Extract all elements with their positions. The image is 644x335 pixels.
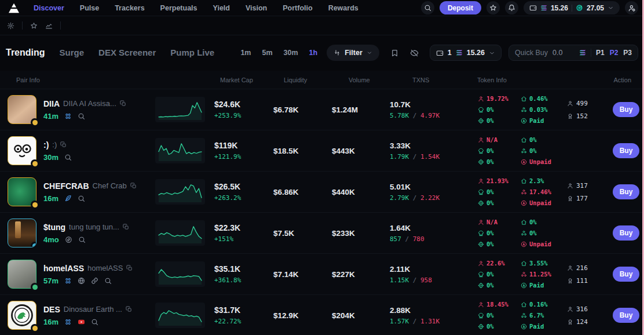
- copy-address-button[interactable]: [130, 183, 137, 189]
- nav-item-yield[interactable]: Yield: [213, 4, 230, 12]
- chart-view-button[interactable]: [45, 22, 53, 30]
- nav-item-trackers[interactable]: Trackers: [115, 4, 144, 12]
- copy-address-button[interactable]: [126, 306, 132, 312]
- txns-total: 10.7K: [390, 100, 475, 109]
- token-symbol[interactable]: homelASS: [43, 264, 84, 273]
- nav-item-vision[interactable]: Vision: [246, 4, 267, 12]
- timeframe-1m[interactable]: 1m: [240, 49, 251, 57]
- quick-buy-input[interactable]: Quick Buy 0.0 P1P2P3: [508, 45, 638, 61]
- favorites-button[interactable]: [30, 22, 38, 30]
- holders-value: 499: [576, 100, 588, 107]
- token-symbol[interactable]: DES: [43, 305, 60, 314]
- top-nav: DiscoverPulseTrackersPerpetualsYieldVisi…: [0, 0, 644, 16]
- token-avatar[interactable]: [8, 260, 36, 289]
- line-chart-icon: [45, 22, 53, 30]
- users-grid-link-button[interactable]: [64, 112, 72, 120]
- token-symbol[interactable]: DIIA: [43, 99, 60, 108]
- copy-address-button[interactable]: [120, 100, 126, 107]
- pump-link-button[interactable]: [65, 236, 72, 243]
- search-link-button[interactable]: [91, 318, 98, 326]
- sparkline-panel[interactable]: [155, 138, 205, 163]
- market-cap-change: +263.2%: [214, 194, 272, 202]
- migration-badge: [31, 283, 39, 291]
- copy-address-button[interactable]: [123, 224, 129, 230]
- search-link-button[interactable]: [104, 277, 112, 285]
- buy-button[interactable]: Buy: [613, 184, 639, 199]
- buy-button[interactable]: Buy: [613, 143, 639, 158]
- hide-tokens-button[interactable]: [410, 49, 419, 57]
- filter-button[interactable]: Filter: [327, 45, 379, 61]
- feather-link-button[interactable]: [64, 195, 72, 202]
- balance-pill[interactable]: 15.26 27.05: [524, 1, 620, 14]
- sparkline-panel[interactable]: [155, 97, 205, 122]
- users-grid-link-button[interactable]: [64, 277, 72, 285]
- migration-badge: [31, 242, 36, 247]
- search-button[interactable]: [421, 1, 434, 14]
- nav-item-perpetuals[interactable]: Perpetuals: [160, 4, 197, 12]
- token-avatar[interactable]: [8, 95, 36, 124]
- pro-traders-value: 124: [576, 318, 588, 326]
- chef-hat-icon: [478, 189, 484, 195]
- bundle-icon: [521, 189, 527, 195]
- liquidity-value: $6.78K: [272, 105, 330, 114]
- deposit-button[interactable]: Deposit: [440, 1, 481, 14]
- wallet-selector[interactable]: 1 15.26: [430, 45, 502, 61]
- preset-p2[interactable]: P2: [610, 49, 619, 57]
- search-link-button[interactable]: [78, 195, 85, 202]
- watchlist-button[interactable]: [486, 1, 500, 14]
- token-symbol[interactable]: $tung: [43, 223, 65, 232]
- volume-value: $1.24M: [330, 105, 388, 114]
- sparkline-panel[interactable]: [155, 220, 205, 246]
- token-avatar[interactable]: [8, 219, 36, 247]
- action-cell: Buy: [613, 308, 644, 323]
- token-avatar[interactable]: [8, 136, 36, 165]
- buy-button[interactable]: Buy: [613, 102, 639, 117]
- tab-dex-screener[interactable]: DEX Screener: [98, 48, 156, 57]
- link-link-button[interactable]: [91, 277, 98, 285]
- sparkline-panel[interactable]: [155, 261, 205, 287]
- txns-total: 5.01K: [390, 183, 475, 191]
- axiom-logo[interactable]: [6, 2, 22, 14]
- tab-surge[interactable]: Surge: [60, 48, 85, 57]
- buy-button[interactable]: Buy: [613, 267, 639, 282]
- token-avatar[interactable]: [8, 177, 36, 206]
- nav-item-rewards[interactable]: Rewards: [328, 4, 358, 12]
- buy-button[interactable]: Buy: [613, 308, 639, 323]
- search-link-button[interactable]: [78, 112, 85, 120]
- timeframe-5m[interactable]: 5m: [262, 49, 273, 57]
- globe-link-button[interactable]: [78, 277, 85, 285]
- copy-address-button[interactable]: [60, 141, 67, 148]
- token-symbol[interactable]: :): [43, 140, 49, 150]
- notifications-button[interactable]: [505, 1, 518, 14]
- timeframe-1h[interactable]: 1h: [309, 49, 318, 57]
- youtube-link-button[interactable]: [78, 318, 85, 326]
- axiom-triangle-icon: [8, 3, 20, 13]
- search-icon: [104, 277, 112, 285]
- tab-pump-live[interactable]: Pump Live: [170, 48, 214, 57]
- token-text-block: DESDinosaur Earth ...16m: [43, 305, 132, 326]
- nav-item-discover[interactable]: Discover: [34, 4, 64, 12]
- profile-button[interactable]: [625, 1, 638, 14]
- tab-trending[interactable]: Trending: [6, 48, 45, 58]
- market-cap-change: +22.72%: [214, 318, 272, 325]
- sparkline-panel[interactable]: [155, 179, 205, 205]
- settings-button[interactable]: [7, 22, 14, 30]
- preset-p3[interactable]: P3: [623, 49, 632, 57]
- stat-bundle: 11.25%: [521, 271, 559, 278]
- txns-buys: 1.15K: [390, 276, 409, 284]
- copy-address-button[interactable]: [126, 265, 133, 271]
- buy-button[interactable]: Buy: [613, 225, 639, 241]
- timeframe-30m[interactable]: 30m: [284, 49, 298, 57]
- users-grid-link-button[interactable]: [64, 318, 72, 326]
- nav-item-portfolio[interactable]: Portfolio: [283, 4, 312, 12]
- search-link-button[interactable]: [64, 154, 72, 161]
- bookmark-button[interactable]: [390, 49, 399, 57]
- preset-p1[interactable]: P1: [596, 49, 605, 57]
- token-row-tung: $tungtung tung tun...4mo$22.3K+151%$7.5K…: [0, 213, 644, 254]
- nav-item-pulse[interactable]: Pulse: [80, 4, 99, 12]
- token-avatar[interactable]: [8, 301, 36, 330]
- token-symbol[interactable]: CHEFCRAB: [43, 181, 89, 191]
- search-link-button[interactable]: [78, 236, 86, 243]
- sparkline-panel[interactable]: [155, 303, 205, 328]
- pro-traders-value: 111: [576, 277, 588, 285]
